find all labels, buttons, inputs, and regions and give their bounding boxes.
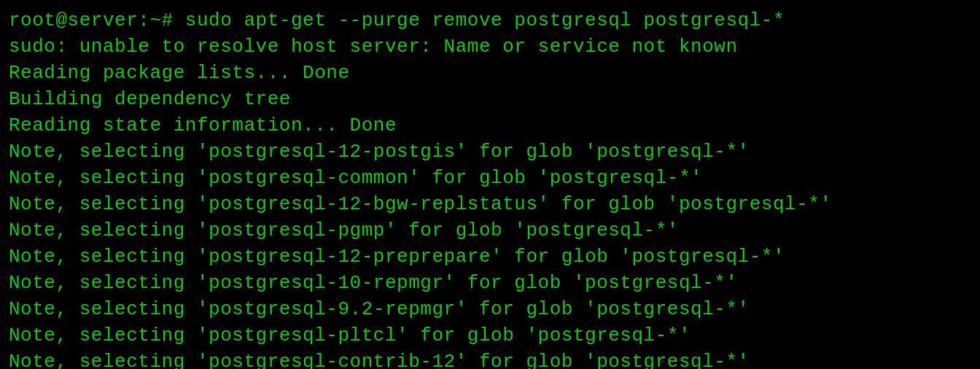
terminal-line: Reading package lists... Done <box>9 60 971 86</box>
terminal-window: root@server:~# sudo apt-get --purge remo… <box>0 0 980 369</box>
terminal-line: Building dependency tree <box>9 86 971 112</box>
terminal-line: Note, selecting 'postgresql-pgmp' for gl… <box>9 217 971 244</box>
terminal-line: Note, selecting 'postgresql-contrib-12' … <box>9 349 971 369</box>
terminal-line: Note, selecting 'postgresql-common' for … <box>9 165 971 191</box>
terminal-line: Note, selecting 'postgresql-10-repmgr' f… <box>9 270 971 296</box>
terminal-line: sudo: unable to resolve host server: Nam… <box>9 34 971 60</box>
terminal-line: Note, selecting 'postgresql-12-bgw-repls… <box>9 191 971 217</box>
terminal-line: Note, selecting 'postgresql-9.2-repmgr' … <box>9 296 971 322</box>
terminal-line: root@server:~# sudo apt-get --purge remo… <box>9 7 971 34</box>
terminal-line: Reading state information... Done <box>9 112 971 139</box>
terminal-line: Note, selecting 'postgresql-12-postgis' … <box>9 139 971 165</box>
terminal-line: Note, selecting 'postgresql-12-preprepar… <box>9 244 971 270</box>
terminal-line: Note, selecting 'postgresql-pltcl' for g… <box>9 322 971 349</box>
